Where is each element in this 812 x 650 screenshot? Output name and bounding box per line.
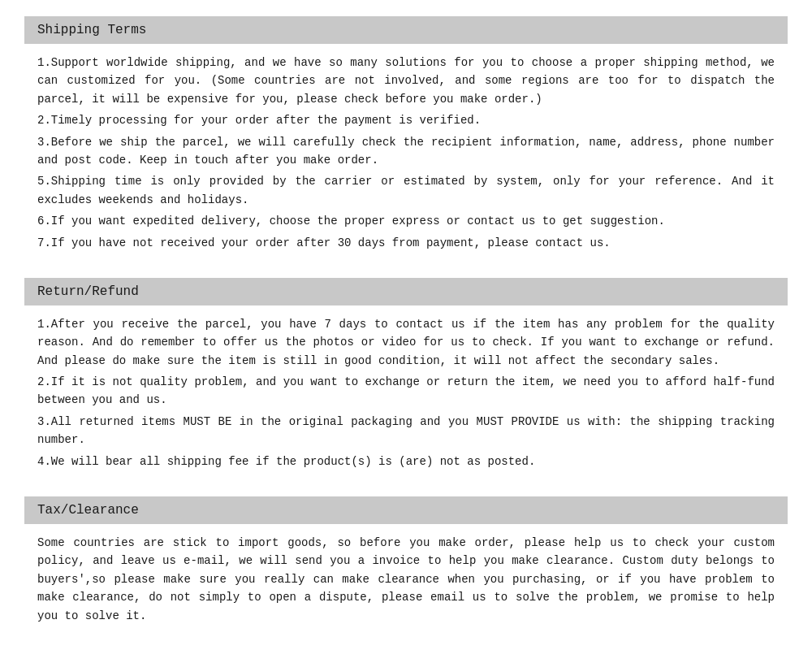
content-tax-clearance: Some countries are stick to import goods…	[24, 534, 788, 635]
section-shipping-terms: Shipping Terms1.Support worldwide shippi…	[24, 16, 788, 262]
header-return-refund: Return/Refund	[24, 278, 788, 306]
paragraph: 2.If it is not quality problem, and you …	[37, 373, 775, 410]
paragraph: 4.We will bear all shipping fee if the p…	[37, 453, 775, 470]
paragraph: Some countries are stick to import goods…	[37, 534, 775, 625]
content-shipping-terms: 1.Support worldwide shipping, and we hav…	[24, 54, 788, 262]
paragraph: 1.After you receive the parcel, you have…	[37, 315, 775, 370]
header-tax-clearance: Tax/Clearance	[24, 496, 788, 524]
header-shipping-terms: Shipping Terms	[24, 16, 788, 44]
content-return-refund: 1.After you receive the parcel, you have…	[24, 315, 788, 480]
paragraph: 5.Shipping time is only provided by the …	[37, 172, 775, 209]
section-tax-clearance: Tax/ClearanceSome countries are stick to…	[24, 496, 788, 635]
page-container: Shipping Terms1.Support worldwide shippi…	[24, 16, 788, 650]
paragraph: 6.If you want expedited delivery, choose…	[37, 212, 775, 230]
paragraph: 1.Support worldwide shipping, and we hav…	[37, 54, 775, 108]
paragraph: 7.If you have not received your order af…	[37, 234, 775, 252]
paragraph: 3.Before we ship the parcel, we will car…	[37, 133, 775, 170]
paragraph: 2.Timely processing for your order after…	[37, 111, 775, 129]
paragraph: 3.All returned items MUST BE in the orig…	[37, 413, 775, 449]
section-return-refund: Return/Refund1.After you receive the par…	[24, 278, 788, 480]
